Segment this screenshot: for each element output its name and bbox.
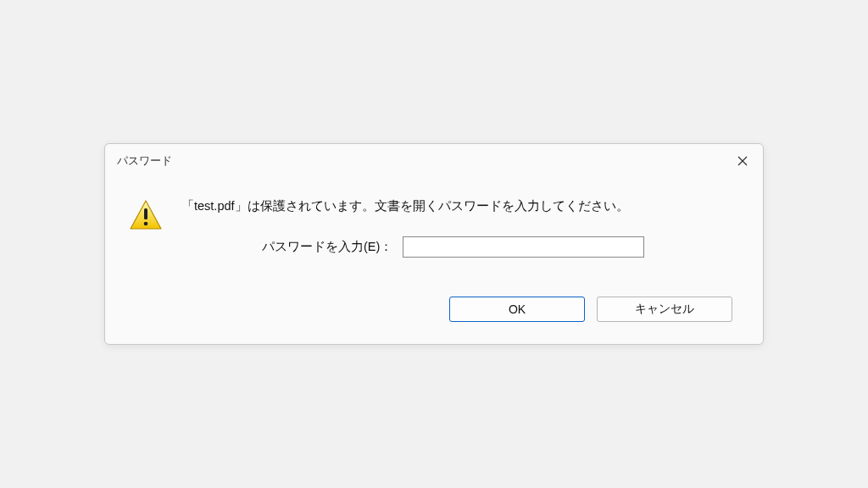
close-icon bbox=[737, 156, 748, 166]
password-label: パスワードを入力(E)： bbox=[262, 239, 392, 255]
dialog-message: 「test.pdf」は保護されています。文書を開くパスワードを入力してください。 bbox=[181, 197, 739, 216]
cancel-button[interactable]: キャンセル bbox=[597, 297, 732, 322]
svg-point-4 bbox=[144, 222, 148, 226]
button-row: OK キャンセル bbox=[449, 297, 732, 322]
svg-rect-3 bbox=[144, 208, 147, 219]
password-dialog: パスワード 「test.pdf」は保護されてい bbox=[104, 143, 764, 345]
dialog-body: 「test.pdf」は保護されています。文書を開くパスワードを入力してください。… bbox=[181, 197, 739, 258]
password-input[interactable] bbox=[403, 236, 644, 258]
password-row: パスワードを入力(E)： bbox=[262, 236, 739, 258]
warning-icon bbox=[129, 198, 163, 232]
dialog-content: 「test.pdf」は保護されています。文書を開くパスワードを入力してください。… bbox=[105, 178, 763, 258]
ok-button[interactable]: OK bbox=[449, 297, 585, 322]
titlebar: パスワード bbox=[105, 144, 763, 178]
dialog-title: パスワード bbox=[117, 153, 172, 169]
close-button[interactable] bbox=[729, 149, 756, 173]
